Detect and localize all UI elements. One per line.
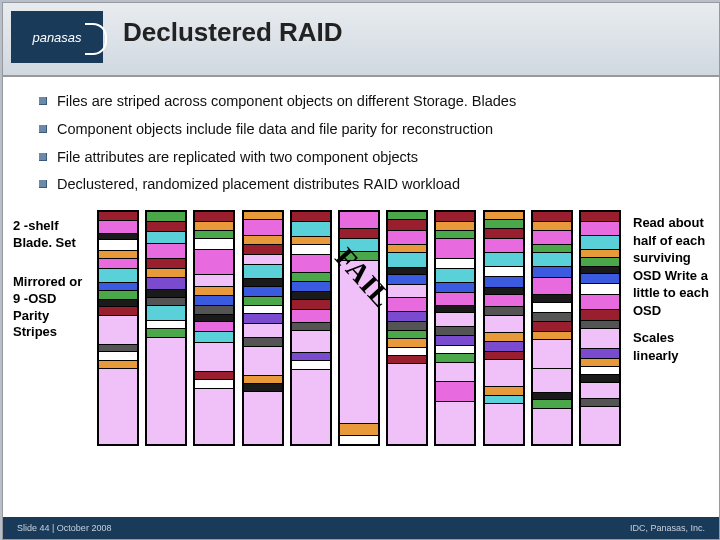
osd-column — [579, 210, 621, 446]
stripe-segment — [195, 212, 233, 221]
stripe-segment — [581, 382, 619, 398]
stripe-segment — [99, 360, 137, 368]
stripe-segment — [99, 282, 137, 290]
osd-column — [483, 210, 525, 446]
stripe-segment — [244, 212, 282, 219]
stripe-segment — [581, 212, 619, 221]
stripe-segment — [147, 320, 185, 329]
stripe-segment — [244, 383, 282, 391]
footer-left: Slide 44 | October 2008 — [17, 523, 111, 533]
stripe-segment — [147, 297, 185, 306]
stripe-segment — [195, 286, 233, 294]
osd-columns: FAIL — [93, 210, 625, 446]
stripe-segment — [581, 348, 619, 358]
bullet-text: Declustered, randomized placement distri… — [57, 174, 460, 196]
stripe-segment — [485, 359, 523, 386]
stripe-segment — [533, 252, 571, 266]
stripe-segment — [485, 332, 523, 340]
stripe-segment — [147, 337, 185, 444]
stripe-segment — [533, 266, 571, 276]
stripe-segment — [99, 368, 137, 444]
stripe-segment — [99, 315, 137, 344]
stripe-segment — [244, 254, 282, 264]
stripe-segment — [436, 381, 474, 401]
stripe-segment — [292, 244, 330, 254]
stripe-segment — [147, 231, 185, 243]
diagram-area: 2 -shelf Blade. Set Mirrored or 9 -OSD P… — [3, 210, 719, 446]
label-scales: Scales linearly — [633, 329, 709, 364]
stripe-segment — [436, 221, 474, 229]
stripe-segment — [581, 249, 619, 257]
stripe-segment — [581, 398, 619, 406]
stripe-segment — [533, 368, 571, 391]
stripe-segment — [581, 328, 619, 347]
stripe-segment — [388, 284, 426, 296]
stripe-segment — [244, 296, 282, 304]
stripe-segment — [340, 228, 378, 239]
stripe-segment — [147, 212, 185, 221]
stripe-segment — [147, 258, 185, 268]
stripe-segment — [581, 266, 619, 273]
logo: panasas — [11, 11, 103, 63]
stripe-segment — [244, 244, 282, 254]
stripe-segment — [147, 268, 185, 277]
stripe-segment — [485, 276, 523, 286]
logo-swoop-icon — [85, 23, 107, 55]
stripe-segment — [485, 395, 523, 403]
stripe-segment — [340, 260, 378, 423]
header: panasas Declustered RAID — [3, 3, 719, 77]
bullet-item: Files are striped across component objec… — [39, 91, 691, 113]
osd-column — [193, 210, 235, 446]
stripe-segment — [388, 230, 426, 244]
stripe-segment — [244, 264, 282, 278]
stripe-segment — [195, 238, 233, 248]
right-labels: Read about half of each surviving OSD Wr… — [625, 210, 709, 446]
stripe-segment — [533, 294, 571, 302]
stripe-segment — [292, 281, 330, 291]
stripe-segment — [581, 273, 619, 283]
stripe-segment — [533, 392, 571, 400]
stripe-segment — [388, 244, 426, 252]
stripe-segment — [581, 221, 619, 235]
stripe-segment — [485, 228, 523, 238]
stripe-segment — [244, 235, 282, 243]
stripe-segment — [533, 399, 571, 407]
stripe-segment — [99, 212, 137, 220]
stripe-segment — [292, 291, 330, 299]
stripe-segment — [388, 212, 426, 219]
stripe-segment — [99, 233, 137, 240]
stripe-segment — [533, 244, 571, 252]
stripe-segment — [533, 312, 571, 320]
stripe-segment — [195, 331, 233, 341]
stripe-segment — [388, 297, 426, 311]
bullet-text: Files are striped across component objec… — [57, 91, 516, 113]
stripe-segment — [581, 257, 619, 265]
stripe-segment — [436, 268, 474, 282]
stripe-segment — [244, 219, 282, 235]
stripe-segment — [244, 375, 282, 383]
stripe-segment — [340, 423, 378, 436]
stripe-segment — [388, 338, 426, 346]
stripe-segment — [340, 251, 378, 260]
stripe-segment — [292, 254, 330, 272]
stripe-segment — [485, 219, 523, 227]
stripe-segment — [99, 306, 137, 314]
osd-column — [290, 210, 332, 446]
stripe-segment — [485, 294, 523, 306]
stripe-segment — [533, 321, 571, 331]
stripe-segment — [147, 328, 185, 337]
stripe-segment — [581, 283, 619, 293]
stripe-segment — [436, 282, 474, 292]
bullet-item: Component objects include file data and … — [39, 119, 691, 141]
stripe-segment — [388, 347, 426, 355]
stripe-segment — [436, 326, 474, 334]
stripe-segment — [195, 321, 233, 331]
stripe-segment — [533, 331, 571, 339]
stripe-segment — [99, 239, 137, 249]
stripe-segment — [292, 360, 330, 369]
stripe-segment — [485, 287, 523, 294]
stripe-segment — [244, 337, 282, 345]
slide: panasas Declustered RAID Files are strip… — [2, 2, 720, 540]
stripe-segment — [436, 401, 474, 444]
stripe-segment — [388, 330, 426, 338]
